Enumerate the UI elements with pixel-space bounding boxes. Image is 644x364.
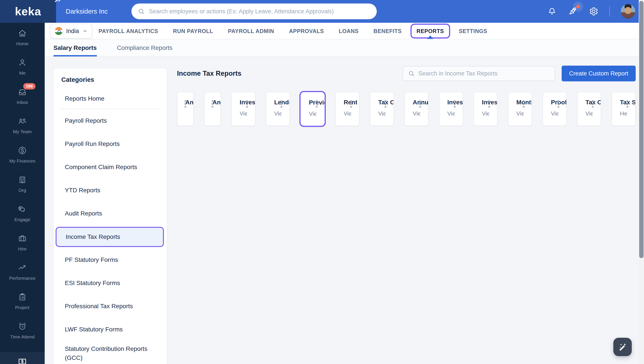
sidebar-item-inbox[interactable]: Inbox 186 — [0, 82, 45, 111]
kebab-menu-icon[interactable] — [625, 99, 629, 109]
search-icon — [408, 70, 415, 77]
tab-run-payroll[interactable]: RUN PAYROLL — [173, 23, 213, 40]
category-income-tax-reports[interactable]: Income Tax Reports — [56, 227, 164, 247]
category-esi-statutory-forms[interactable]: ESI Statutory Forms — [59, 272, 161, 295]
report-card-lender-details[interactable]: Lender Details Report View lender detail… — [266, 92, 290, 126]
module-tab-bar: India PAYROLL ANALYTICS RUN PAYROLL PAYR… — [45, 23, 639, 40]
whats-new-rocket-icon[interactable] — [568, 6, 578, 16]
sidebar-item-performance[interactable]: Performance — [0, 257, 45, 286]
user-avatar[interactable] — [621, 4, 635, 18]
kebab-menu-icon[interactable] — [590, 99, 595, 109]
category-professional-tax-reports[interactable]: Professional Tax Reports — [59, 295, 161, 318]
sidebar-item-home[interactable]: Home — [0, 23, 45, 52]
report-card-tax-on-interest-free-loan[interactable]: Tax On Interest free or Concessional Loa… — [577, 92, 601, 126]
kebab-menu-icon[interactable] — [279, 99, 284, 109]
reports-header: Income Tax Reports Create Custom Report — [177, 66, 636, 82]
category-reports-home[interactable]: Reports Home — [59, 88, 161, 109]
sidebar-item-org[interactable]: Org — [0, 169, 45, 198]
reports-search[interactable] — [403, 66, 555, 81]
sidebar-item-my-finances[interactable]: My Finances — [0, 140, 45, 169]
country-selector[interactable]: India — [50, 24, 92, 38]
category-payroll-run-reports[interactable]: Payroll Run Reports — [59, 132, 161, 156]
report-card-desc: View overall IT declaration done by empl… — [482, 110, 489, 117]
notifications-bell-icon[interactable] — [547, 6, 557, 16]
clipboard-icon — [18, 292, 27, 302]
sidebar-label: My Team — [13, 129, 32, 134]
kebab-menu-icon[interactable] — [487, 99, 491, 109]
keka-logo[interactable]: keka — [0, 0, 56, 23]
sidebar-item-me[interactable]: Me — [0, 52, 45, 82]
sidebar-label: Project — [15, 305, 29, 310]
kebab-menu-icon[interactable] — [522, 99, 526, 109]
top-bar-actions — [547, 0, 635, 23]
sidebar-item-hire[interactable]: Hire — [0, 228, 45, 257]
report-card-annual-income-tax-report[interactable]: Annual Income Tax Report View annual inc… — [204, 92, 221, 126]
subtab-compliance-reports[interactable]: Compliance Reports — [117, 40, 173, 56]
tab-reports[interactable]: REPORTS — [417, 23, 444, 40]
report-card-desc: View tax on perquisites assigned to the … — [378, 110, 386, 117]
main-content: Categories Reports Home Payroll Reports … — [45, 57, 639, 364]
module-tabs: PAYROLL ANALYTICS RUN PAYROLL PAYROLL AD… — [99, 23, 487, 40]
alarm-clock-icon — [18, 322, 27, 331]
team-icon — [18, 116, 27, 126]
settings-gear-icon[interactable] — [589, 6, 598, 16]
sidebar-label: Hire — [18, 246, 27, 252]
tab-benefits[interactable]: BENEFITS — [373, 23, 401, 40]
keka-logo-text: keka — [15, 5, 41, 18]
report-card-annual-income-tax-detailed[interactable]: Annual Income Tax Detailed Report View a… — [404, 92, 428, 126]
kebab-menu-icon[interactable] — [245, 99, 249, 109]
kebab-menu-icon[interactable] — [556, 99, 561, 109]
report-card-investment-declaration-detailed[interactable]: Investment Declaration Detailed Report V… — [231, 92, 255, 126]
category-pf-statutory-forms[interactable]: PF Statutory Forms — [59, 248, 161, 272]
kebab-menu-icon[interactable] — [383, 99, 388, 109]
subtab-salary-reports[interactable]: Salary Reports — [54, 40, 97, 56]
kebab-menu-icon[interactable] — [210, 99, 215, 109]
sidebar-item-my-team[interactable]: My Team — [0, 111, 45, 140]
category-payroll-reports[interactable]: Payroll Reports — [59, 109, 161, 132]
report-card-desc: View lender details report for the selec… — [274, 110, 282, 117]
kebab-menu-icon[interactable] — [418, 99, 422, 109]
create-custom-report-button[interactable]: Create Custom Report — [562, 66, 636, 82]
magic-wand-fab-button[interactable] — [613, 338, 632, 356]
kebab-menu-icon[interactable] — [453, 99, 457, 109]
tab-approvals[interactable]: APPROVALS — [289, 23, 324, 40]
chevron-down-icon — [83, 29, 87, 34]
tab-payroll-analytics[interactable]: PAYROLL ANALYTICS — [99, 23, 158, 40]
scrollbar-thumb[interactable] — [639, 1, 643, 258]
page-scrollbar[interactable] — [639, 0, 644, 364]
tab-payroll-admin[interactable]: PAYROLL ADMIN — [228, 23, 274, 40]
report-card-investment-declaration-breakup[interactable]: Investment Declaration Breakup Report Vi… — [439, 92, 463, 126]
tab-settings[interactable]: SETTINGS — [459, 23, 487, 40]
sidebar-label: Time Attend — [10, 334, 34, 340]
global-search[interactable] — [131, 4, 377, 19]
sidebar-item-engage[interactable]: Engage — [0, 198, 45, 228]
report-card-investment-declaration-summary[interactable]: Investment Declaration Summary Report Vi… — [474, 92, 498, 126]
category-audit-reports[interactable]: Audit Reports — [59, 202, 161, 225]
trend-icon — [18, 263, 27, 272]
kebab-menu-icon[interactable] — [315, 99, 319, 109]
report-card-previous-employment-highlighted[interactable]: Previous Employment Report View employee… — [299, 91, 326, 127]
global-search-input[interactable] — [149, 8, 371, 15]
report-card-monthly-income-tax-statement[interactable]: Monthly Income Tax Statement View monthl… — [508, 92, 532, 126]
kebab-menu-icon[interactable] — [183, 99, 187, 109]
sidebar-item-payroll-active[interactable] — [0, 352, 45, 364]
report-card-desc: View detailed summary of employee invest… — [240, 110, 247, 117]
category-component-claim-reports[interactable]: Component Claim Reports — [59, 156, 161, 179]
report-card-tax-surge[interactable]: Tax Surge Report Here you can view the i… — [611, 92, 636, 126]
tab-loans[interactable]: LOANS — [339, 23, 359, 40]
category-lwf-statutory-forms[interactable]: LWF Statutory Forms — [59, 318, 161, 341]
report-card-tax-on-perk[interactable]: Tax On Perk/Perquisites View tax on perq… — [370, 92, 394, 126]
country-label: India — [66, 28, 79, 34]
kebab-menu-icon[interactable] — [349, 99, 353, 109]
category-ytd-reports[interactable]: YTD Reports — [59, 179, 161, 202]
category-statutory-contribution-reports[interactable]: Statutory Contribution Reports (GCC) — [59, 341, 161, 364]
reports-search-input[interactable] — [418, 70, 550, 77]
notification-dot-badge — [576, 4, 580, 8]
briefcase-icon — [18, 234, 27, 243]
report-card-grid: Annual HRA Reports View annual HRA exemp… — [177, 92, 636, 126]
report-card-annual-hra-reports[interactable]: Annual HRA Reports View annual HRA exemp… — [177, 92, 194, 126]
report-card-rent-paid-landlord[interactable]: Rent Paid & Landlord Details View employ… — [335, 92, 359, 126]
report-card-proof-submission[interactable]: Proof Submission Report View the detaile… — [543, 92, 567, 126]
sidebar-item-project[interactable]: Project — [0, 286, 45, 316]
sidebar-item-time-attend[interactable]: Time Attend — [0, 316, 45, 345]
